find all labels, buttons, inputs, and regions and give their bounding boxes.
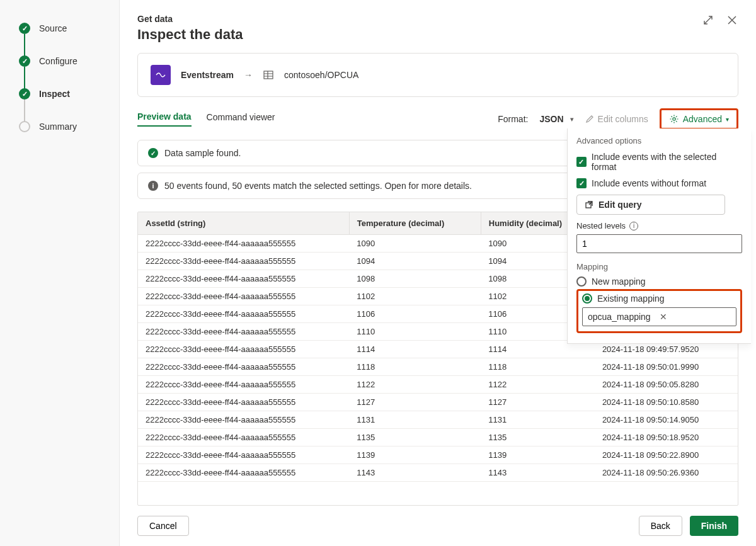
- checkbox-include-without-format[interactable]: Include events without format: [576, 178, 742, 188]
- table-cell: 2222cccc-33dd-eeee-ff44-aaaaaa555555: [138, 446, 349, 464]
- table-cell: 1139: [481, 446, 595, 464]
- table-row[interactable]: 2222cccc-33dd-eeee-ff44-aaaaaa5555551135…: [138, 429, 738, 446]
- svg-rect-0: [264, 71, 273, 79]
- table-row[interactable]: 2222cccc-33dd-eeee-ff44-aaaaaa5555551139…: [138, 446, 738, 464]
- edit-query-button[interactable]: Edit query: [576, 195, 725, 215]
- existing-mapping-input[interactable]: opcua_mapping ✕: [582, 307, 736, 326]
- radio-selected-icon: [582, 293, 592, 304]
- format-label: Format:: [498, 114, 528, 124]
- table-cell: 1106: [349, 305, 481, 323]
- wizard-sidebar: Source Configure Inspect Summary: [0, 0, 120, 546]
- table-cell: 1098: [349, 270, 481, 288]
- open-new-icon: [585, 200, 593, 209]
- table-cell: 2222cccc-33dd-eeee-ff44-aaaaaa555555: [138, 358, 349, 376]
- nested-levels-label: Nested levels: [576, 221, 742, 230]
- mapping-section-label: Mapping: [576, 262, 742, 271]
- pencil-icon: [585, 115, 594, 123]
- edit-columns-button[interactable]: Edit columns: [585, 114, 648, 124]
- column-header[interactable]: Temperature (decimal): [349, 212, 481, 235]
- table-row[interactable]: 2222cccc-33dd-eeee-ff44-aaaaaa5555551131…: [138, 411, 738, 429]
- table-row[interactable]: 2222cccc-33dd-eeee-ff44-aaaaaa5555551118…: [138, 358, 738, 376]
- back-button[interactable]: Back: [639, 516, 682, 536]
- step-configure[interactable]: Configure: [0, 52, 119, 71]
- format-dropdown[interactable]: JSON ▾: [539, 114, 573, 124]
- table-cell: 2222cccc-33dd-eeee-ff44-aaaaaa555555: [138, 394, 349, 411]
- table-cell: 2222cccc-33dd-eeee-ff44-aaaaaa555555: [138, 288, 349, 305]
- table-cell: 1131: [349, 411, 481, 429]
- table-cell: 1135: [349, 429, 481, 446]
- table-cell: 1122: [481, 376, 595, 394]
- step-label: Source: [39, 23, 67, 33]
- table-cell: 2222cccc-33dd-eeee-ff44-aaaaaa555555: [138, 429, 349, 446]
- radio-unselected-icon: [576, 276, 587, 287]
- expand-icon[interactable]: [702, 14, 714, 26]
- gear-icon: [669, 114, 679, 124]
- advanced-button[interactable]: Advanced ▾: [662, 110, 736, 128]
- step-inspect[interactable]: Inspect: [0, 84, 119, 103]
- radio-new-mapping[interactable]: New mapping: [576, 276, 742, 287]
- popover-title: Advanced options: [576, 136, 742, 145]
- eventstream-tile-icon: [151, 65, 171, 85]
- table-cell: 2024-11-18 09:50:18.9520: [595, 429, 738, 446]
- step-label: Inspect: [39, 89, 70, 99]
- table-cell: 2222cccc-33dd-eeee-ff44-aaaaaa555555: [138, 341, 349, 358]
- table-cell: 2024-11-18 09:50:01.9990: [595, 358, 738, 376]
- table-cell: 1118: [349, 358, 481, 376]
- table-cell: 2222cccc-33dd-eeee-ff44-aaaaaa555555: [138, 411, 349, 429]
- step-label: Summary: [39, 122, 77, 132]
- svg-point-1: [673, 118, 675, 120]
- table-icon: [263, 69, 274, 81]
- table-cell: 1143: [349, 464, 481, 482]
- table-cell: 2024-11-18 09:50:22.8900: [595, 446, 738, 464]
- table-cell: 1122: [349, 376, 481, 394]
- column-header[interactable]: AssetId (string): [138, 212, 349, 235]
- check-icon: [19, 23, 30, 34]
- info-icon[interactable]: [629, 222, 638, 230]
- table-cell: 1094: [349, 253, 481, 270]
- tab-preview-data[interactable]: Preview data: [137, 111, 192, 127]
- table-cell: 2024-11-18 09:50:26.9360: [595, 464, 738, 482]
- table-cell: 2222cccc-33dd-eeee-ff44-aaaaaa555555: [138, 305, 349, 323]
- table-cell: 1118: [481, 358, 595, 376]
- table-cell: 1127: [481, 394, 595, 411]
- table-cell: 2222cccc-33dd-eeee-ff44-aaaaaa555555: [138, 376, 349, 394]
- page-title: Inspect the data: [137, 26, 243, 43]
- table-cell: 2222cccc-33dd-eeee-ff44-aaaaaa555555: [138, 253, 349, 270]
- table-cell: 1127: [349, 394, 481, 411]
- checkbox-include-selected-format[interactable]: Include events with the selected format: [576, 152, 742, 172]
- chevron-down-icon: ▾: [726, 116, 729, 123]
- breadcrumb: Get data: [137, 14, 243, 24]
- table-cell: 2222cccc-33dd-eeee-ff44-aaaaaa555555: [138, 270, 349, 288]
- step-label: Configure: [39, 56, 77, 66]
- table-cell: 2222cccc-33dd-eeee-ff44-aaaaaa555555: [138, 323, 349, 341]
- table-row[interactable]: 2222cccc-33dd-eeee-ff44-aaaaaa5555551127…: [138, 394, 738, 411]
- check-circle-icon: [148, 148, 158, 158]
- advanced-options-popover: Advanced options Include events with the…: [567, 128, 751, 344]
- step-source[interactable]: Source: [0, 19, 119, 38]
- table-cell: 1090: [349, 235, 481, 253]
- target-label: contosoeh/OPCUA: [284, 70, 358, 80]
- circle-icon: [19, 121, 30, 132]
- cancel-button[interactable]: Cancel: [137, 516, 189, 536]
- check-icon: [19, 88, 30, 100]
- tab-command-viewer[interactable]: Command viewer: [207, 112, 275, 126]
- table-row[interactable]: 2222cccc-33dd-eeee-ff44-aaaaaa5555551143…: [138, 464, 738, 482]
- table-cell: 1102: [349, 288, 481, 305]
- step-summary[interactable]: Summary: [0, 117, 119, 136]
- table-cell: 1110: [349, 323, 481, 341]
- table-row[interactable]: 2222cccc-33dd-eeee-ff44-aaaaaa5555551122…: [138, 376, 738, 394]
- table-cell: 1139: [349, 446, 481, 464]
- check-icon: [19, 55, 30, 67]
- source-breadcrumb-card: Eventstream → contosoeh/OPCUA: [137, 53, 738, 97]
- source-label: Eventstream: [181, 70, 234, 80]
- nested-levels-input[interactable]: [576, 234, 742, 253]
- radio-existing-mapping[interactable]: Existing mapping: [582, 293, 736, 304]
- table-cell: 2222cccc-33dd-eeee-ff44-aaaaaa555555: [138, 464, 349, 482]
- close-icon[interactable]: [726, 14, 738, 26]
- table-cell: 1135: [481, 429, 595, 446]
- checkbox-checked-icon: [576, 178, 587, 188]
- chevron-down-icon: ▾: [570, 115, 574, 123]
- finish-button[interactable]: Finish: [690, 516, 738, 536]
- table-cell: 1131: [481, 411, 595, 429]
- clear-icon[interactable]: ✕: [660, 312, 731, 322]
